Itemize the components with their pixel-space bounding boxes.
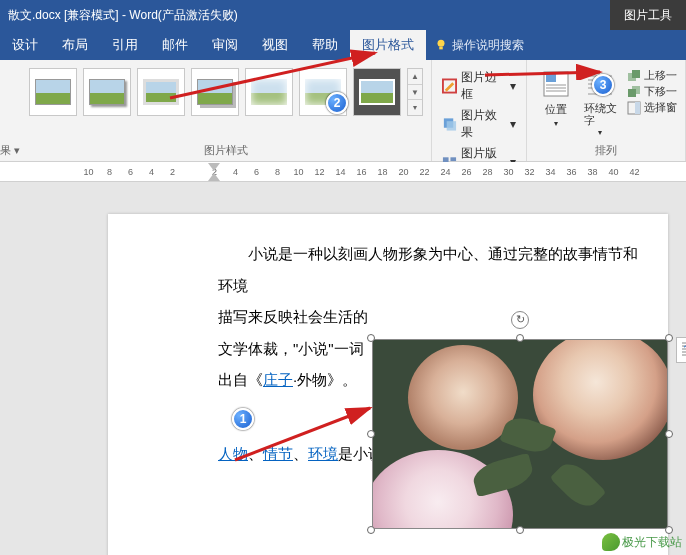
picture-border-label: 图片边框 bbox=[461, 69, 506, 103]
wrap-text-label: 环绕文 字 bbox=[584, 102, 617, 126]
gallery-up-icon[interactable]: ▲ bbox=[408, 69, 422, 85]
svg-point-0 bbox=[438, 40, 445, 47]
layout-options-icon bbox=[681, 342, 686, 358]
gallery-more-icon[interactable]: ▾ bbox=[408, 100, 422, 115]
resize-handle-tl[interactable] bbox=[367, 334, 375, 342]
svg-rect-6 bbox=[450, 157, 456, 161]
selection-pane-icon bbox=[627, 101, 641, 115]
link-zhuangzi[interactable]: 庄子 bbox=[263, 371, 293, 388]
chevron-down-icon: ▾ bbox=[598, 128, 602, 137]
window-title: 散文.docx [兼容模式] - Word(产品激活失败) bbox=[0, 7, 610, 24]
picture-border-button[interactable]: 图片边框 ▾ bbox=[440, 68, 518, 104]
send-backward-icon bbox=[627, 85, 641, 99]
resize-handle-tr[interactable] bbox=[665, 334, 673, 342]
tell-me-search[interactable]: 操作说明搜索 bbox=[434, 37, 524, 54]
indent-marker-icon[interactable] bbox=[208, 163, 220, 181]
svg-rect-1 bbox=[439, 47, 443, 50]
tab-picture-format[interactable]: 图片格式 bbox=[350, 30, 426, 60]
annotation-marker-3: 3 bbox=[592, 74, 614, 96]
selection-pane-button[interactable]: 选择窗 bbox=[627, 100, 677, 115]
resize-handle-mr[interactable] bbox=[665, 430, 673, 438]
selected-image[interactable] bbox=[372, 339, 668, 529]
ribbon-group-cut-left: 果 ▾ bbox=[0, 60, 21, 161]
tab-help[interactable]: 帮助 bbox=[300, 30, 350, 60]
picture-effects-button[interactable]: 图片效果 ▾ bbox=[440, 106, 518, 142]
bring-forward-button[interactable]: 上移一 bbox=[627, 68, 677, 83]
position-button[interactable]: 位置▾ bbox=[535, 68, 577, 137]
tab-view[interactable]: 视图 bbox=[250, 30, 300, 60]
resize-handle-bm[interactable] bbox=[516, 526, 524, 534]
tell-me-label: 操作说明搜索 bbox=[452, 37, 524, 54]
resize-handle-tm[interactable] bbox=[516, 334, 524, 342]
ribbon-group-label-left: 果 ▾ bbox=[0, 143, 21, 161]
style-gallery-scroll: ▲ ▼ ▾ bbox=[407, 68, 423, 116]
bring-forward-icon bbox=[627, 69, 641, 83]
picture-effects-label: 图片效果 bbox=[461, 107, 506, 141]
svg-rect-9 bbox=[546, 74, 556, 82]
svg-rect-4 bbox=[447, 121, 456, 130]
picture-style-2[interactable] bbox=[83, 68, 131, 116]
document-canvas[interactable]: 小说是一种以刻画人物形象为中心、通过完整的故事情节和环境 描写来反映社会生活的文… bbox=[0, 182, 686, 555]
picture-style-5[interactable] bbox=[245, 68, 293, 116]
chevron-down-icon: ▾ bbox=[510, 79, 516, 93]
pencil-border-icon bbox=[442, 78, 457, 94]
ribbon-group-picture-styles: ▲ ▼ ▾ 图片样式 bbox=[21, 60, 432, 161]
annotation-marker-2: 2 bbox=[326, 92, 348, 114]
tab-layout[interactable]: 布局 bbox=[50, 30, 100, 60]
resize-handle-bl[interactable] bbox=[367, 526, 375, 534]
selection-pane-label: 选择窗 bbox=[644, 100, 677, 115]
svg-rect-27 bbox=[635, 102, 640, 114]
link-environment[interactable]: 环境 bbox=[308, 445, 338, 462]
page: 小说是一种以刻画人物形象为中心、通过完整的故事情节和环境 描写来反映社会生活的文… bbox=[108, 214, 668, 555]
image-content bbox=[372, 339, 668, 529]
chevron-down-icon: ▾ bbox=[510, 117, 516, 131]
horizontal-ruler[interactable]: 1086422468101214161820222426283032343638… bbox=[0, 162, 686, 182]
resize-handle-ml[interactable] bbox=[367, 430, 375, 438]
layout-options-button[interactable] bbox=[676, 337, 686, 363]
contextual-tab-label: 图片工具 bbox=[610, 0, 686, 30]
paragraph-2[interactable]: 描写来反映社会生活的文学体裁，"小说"一词出自《庄子·外物》。 bbox=[218, 301, 368, 396]
link-character[interactable]: 人物 bbox=[218, 445, 248, 462]
link-plot[interactable]: 情节 bbox=[263, 445, 293, 462]
ribbon-group-label-styles: 图片样式 bbox=[27, 141, 425, 161]
tab-mailings[interactable]: 邮件 bbox=[150, 30, 200, 60]
svg-rect-25 bbox=[628, 89, 636, 97]
tab-review[interactable]: 审阅 bbox=[200, 30, 250, 60]
menu-bar: 设计 布局 引用 邮件 审阅 视图 帮助 图片格式 操作说明搜索 bbox=[0, 30, 686, 60]
ribbon-group-effects: 图片边框 ▾ 图片效果 ▾ 图片版式 ▾ bbox=[432, 60, 527, 161]
position-icon bbox=[540, 68, 572, 100]
picture-style-4[interactable] bbox=[191, 68, 239, 116]
watermark-logo-icon bbox=[602, 533, 620, 551]
gallery-down-icon[interactable]: ▼ bbox=[408, 85, 422, 101]
paragraph-1[interactable]: 小说是一种以刻画人物形象为中心、通过完整的故事情节和环境 bbox=[218, 238, 640, 301]
send-backward-button[interactable]: 下移一 bbox=[627, 84, 677, 99]
ribbon-group-label-arrange: 排列 bbox=[533, 141, 679, 161]
picture-style-7[interactable] bbox=[353, 68, 401, 116]
tab-references[interactable]: 引用 bbox=[100, 30, 150, 60]
position-label: 位置 bbox=[545, 102, 567, 117]
lightbulb-icon bbox=[434, 38, 448, 52]
tab-design[interactable]: 设计 bbox=[0, 30, 50, 60]
bring-forward-label: 上移一 bbox=[644, 68, 677, 83]
picture-style-3[interactable] bbox=[137, 68, 185, 116]
picture-style-1[interactable] bbox=[29, 68, 77, 116]
rotate-handle[interactable] bbox=[511, 311, 529, 329]
watermark: 极光下载站 bbox=[602, 533, 682, 551]
effects-icon bbox=[442, 116, 457, 132]
svg-rect-23 bbox=[632, 70, 640, 78]
chevron-down-icon: ▾ bbox=[554, 119, 558, 128]
annotation-marker-1: 1 bbox=[232, 408, 254, 430]
send-backward-label: 下移一 bbox=[644, 84, 677, 99]
